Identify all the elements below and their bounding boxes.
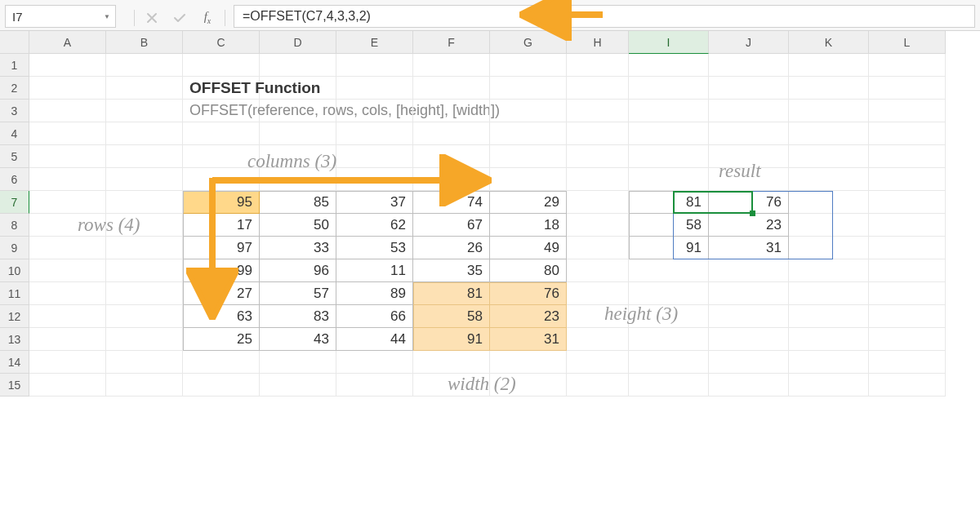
cell[interactable] bbox=[789, 77, 869, 100]
cell-F7[interactable]: 74 bbox=[413, 191, 490, 214]
cell-G8[interactable]: 18 bbox=[490, 214, 567, 237]
cell[interactable] bbox=[29, 122, 106, 145]
cell[interactable] bbox=[490, 145, 567, 168]
row-header-5[interactable]: 5 bbox=[0, 145, 29, 168]
cell[interactable] bbox=[29, 168, 106, 191]
cell[interactable] bbox=[260, 54, 336, 77]
cell[interactable] bbox=[336, 100, 413, 122]
cell[interactable] bbox=[567, 77, 629, 100]
cell[interactable] bbox=[629, 168, 709, 191]
enter-icon[interactable] bbox=[166, 7, 194, 29]
cell[interactable] bbox=[413, 168, 490, 191]
cell-F10[interactable]: 35 bbox=[413, 259, 490, 282]
cell[interactable] bbox=[106, 168, 183, 191]
cell[interactable] bbox=[869, 100, 946, 122]
cell[interactable] bbox=[413, 122, 490, 145]
cell[interactable] bbox=[869, 54, 946, 77]
cell[interactable] bbox=[869, 351, 946, 374]
cell[interactable] bbox=[709, 100, 789, 122]
chevron-down-icon[interactable]: ▼ bbox=[104, 13, 110, 20]
worksheet-grid[interactable]: A B C D E F G H I J K L 1 2 OFFSET Funct… bbox=[0, 31, 980, 397]
cell-C10[interactable]: 99 bbox=[183, 259, 260, 282]
cell[interactable] bbox=[629, 305, 709, 328]
cell[interactable] bbox=[789, 328, 869, 351]
cell[interactable] bbox=[567, 54, 629, 77]
cell-D9[interactable]: 33 bbox=[260, 237, 336, 259]
col-header-I[interactable]: I bbox=[629, 31, 709, 54]
cell-E8[interactable]: 62 bbox=[336, 214, 413, 237]
cell-D10[interactable]: 96 bbox=[260, 259, 336, 282]
cell-C12[interactable]: 63 bbox=[183, 305, 260, 328]
cell[interactable] bbox=[869, 328, 946, 351]
cell[interactable] bbox=[183, 168, 260, 191]
cell[interactable] bbox=[106, 54, 183, 77]
row-header-7[interactable]: 7 bbox=[0, 191, 29, 214]
row-header-8[interactable]: 8 bbox=[0, 214, 29, 237]
cell[interactable] bbox=[29, 282, 106, 305]
col-header-E[interactable]: E bbox=[336, 31, 413, 54]
cell[interactable] bbox=[789, 351, 869, 374]
cell-C13[interactable]: 25 bbox=[183, 328, 260, 351]
cell-D7[interactable]: 85 bbox=[260, 191, 336, 214]
cell-I8[interactable]: 58 bbox=[629, 214, 709, 237]
formula-input[interactable]: =OFFSET(C7,4,3,3,2) bbox=[234, 5, 975, 28]
cell[interactable] bbox=[709, 259, 789, 282]
cell[interactable] bbox=[709, 282, 789, 305]
cell-E12[interactable]: 66 bbox=[336, 305, 413, 328]
col-header-C[interactable]: C bbox=[183, 31, 260, 54]
cell[interactable] bbox=[567, 351, 629, 374]
cell[interactable] bbox=[567, 168, 629, 191]
cell-I7[interactable]: 81 bbox=[629, 191, 709, 214]
cell[interactable] bbox=[490, 122, 567, 145]
cell[interactable] bbox=[629, 374, 709, 397]
cell[interactable] bbox=[106, 77, 183, 100]
cell-F13[interactable]: 91 bbox=[413, 328, 490, 351]
cell[interactable] bbox=[789, 282, 869, 305]
cell-E10[interactable]: 11 bbox=[336, 259, 413, 282]
row-header-13[interactable]: 13 bbox=[0, 328, 29, 351]
cell[interactable] bbox=[336, 374, 413, 397]
cell[interactable] bbox=[567, 214, 629, 237]
cell[interactable] bbox=[490, 168, 567, 191]
cell[interactable] bbox=[29, 305, 106, 328]
cell[interactable] bbox=[709, 328, 789, 351]
cell[interactable] bbox=[336, 54, 413, 77]
cell[interactable] bbox=[789, 54, 869, 77]
cell-E7[interactable]: 37 bbox=[336, 191, 413, 214]
cell[interactable] bbox=[183, 122, 260, 145]
cell[interactable] bbox=[106, 374, 183, 397]
cell[interactable] bbox=[869, 168, 946, 191]
cell-E9[interactable]: 53 bbox=[336, 237, 413, 259]
cell[interactable] bbox=[29, 100, 106, 122]
col-header-A[interactable]: A bbox=[29, 31, 106, 54]
cell[interactable] bbox=[629, 54, 709, 77]
cell[interactable] bbox=[413, 351, 490, 374]
cell[interactable] bbox=[183, 145, 260, 168]
cell[interactable] bbox=[789, 237, 869, 259]
row-header-3[interactable]: 3 bbox=[0, 100, 29, 122]
cell[interactable] bbox=[106, 191, 183, 214]
cell[interactable] bbox=[629, 351, 709, 374]
cell-E11[interactable]: 89 bbox=[336, 282, 413, 305]
cell[interactable] bbox=[490, 54, 567, 77]
cell[interactable] bbox=[106, 145, 183, 168]
cell-J9[interactable]: 31 bbox=[709, 237, 789, 259]
cell[interactable] bbox=[336, 77, 413, 100]
cell[interactable] bbox=[789, 145, 869, 168]
cell[interactable] bbox=[567, 237, 629, 259]
cell[interactable] bbox=[869, 259, 946, 282]
cell[interactable] bbox=[869, 214, 946, 237]
cell[interactable] bbox=[709, 122, 789, 145]
cell[interactable] bbox=[29, 77, 106, 100]
cell-G7[interactable]: 29 bbox=[490, 191, 567, 214]
cell[interactable] bbox=[789, 259, 869, 282]
cell[interactable] bbox=[567, 145, 629, 168]
cell[interactable] bbox=[106, 237, 183, 259]
col-header-H[interactable]: H bbox=[567, 31, 629, 54]
cell[interactable] bbox=[709, 77, 789, 100]
cell-D11[interactable]: 57 bbox=[260, 282, 336, 305]
cell[interactable] bbox=[29, 351, 106, 374]
cell[interactable] bbox=[336, 168, 413, 191]
cell[interactable] bbox=[106, 282, 183, 305]
cell-D8[interactable]: 50 bbox=[260, 214, 336, 237]
